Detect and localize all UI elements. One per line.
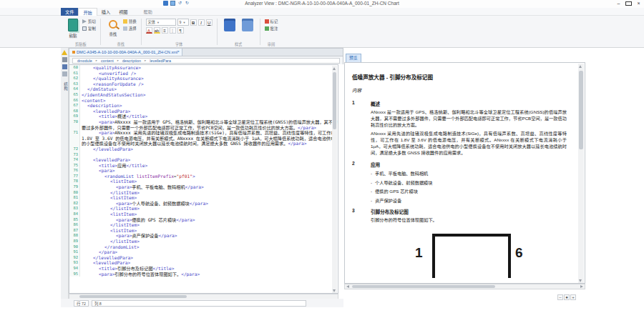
- code-line[interactable]: 75<title>应用</title>: [69, 163, 338, 169]
- code-line[interactable]: 92</levelledPara>: [69, 255, 338, 261]
- ribbon-tab-view[interactable]: 视图: [114, 8, 132, 16]
- find-button[interactable]: 查找: [105, 17, 121, 39]
- scrollbar-thumb[interactable]: [579, 71, 583, 149]
- scrollbar-thumb[interactable]: [352, 285, 495, 288]
- code-line[interactable]: 93<levelledPara>: [69, 260, 338, 266]
- code-line[interactable]: 73: [69, 152, 338, 158]
- code-line[interactable]: 62</qualityAssurance>: [69, 76, 338, 81]
- scrollbar-thumb[interactable]: [79, 295, 187, 298]
- code-line[interactable]: 69<title>概述</title>: [69, 114, 338, 119]
- preview-pane: 预览 低噪声放大器 - 引脚分布及标记图 内容 1概述ANxxxx 是一款适用于…: [344, 54, 585, 290]
- code-line[interactable]: 85<para>便携的 GPS 芯片模块</para>: [69, 217, 338, 223]
- warning-icon[interactable]: [62, 50, 67, 55]
- zoom-out-button[interactable]: –: [557, 294, 563, 300]
- code-line[interactable]: 68<levelledPara>: [69, 109, 338, 114]
- select-button[interactable]: 选择: [123, 26, 137, 31]
- numbered-list-button[interactable]: ⋮: [170, 27, 176, 34]
- bold-button[interactable]: B: [190, 19, 197, 26]
- preview-horizontal-scrollbar[interactable]: [344, 284, 585, 289]
- code-line[interactable]: 77<randomList listItemPrefix="pf01">: [69, 174, 338, 179]
- code-line[interactable]: 70<para>ANxxxx 是一款适用于 GPS、格洛纳斯、伽利略和北斗等全球…: [69, 119, 338, 130]
- code-line[interactable]: 80</listItem>: [69, 190, 338, 196]
- minimize-button[interactable]: –: [615, 1, 622, 6]
- editor-vertical-scrollbar[interactable]: [332, 66, 337, 294]
- attributes-icon[interactable]: [62, 71, 67, 76]
- code-line[interactable]: 66<content>: [69, 98, 338, 104]
- preview-vertical-scrollbar[interactable]: [578, 64, 584, 284]
- scroll-up-icon[interactable]: [333, 67, 336, 70]
- code-line[interactable]: 82<para>个人导航设备、射频数据模块</para>: [69, 201, 338, 207]
- element-breadcrumb-bar: dmodule▸content▸description▸levelledPara: [69, 56, 343, 64]
- breadcrumb-item-levelledPara[interactable]: levelledPara: [150, 59, 171, 63]
- scrollbar-thumb[interactable]: [333, 72, 336, 129]
- code-line[interactable]: 86</listItem>: [69, 222, 338, 228]
- code-line[interactable]: 71<para>ANxxxx 采用先进的硅锗双极集成电路制造技术(SiGe)，具…: [69, 130, 338, 146]
- document-tab[interactable]: DMC-A345-A-10-10-00-00A-040A-A_000-01_ZH…: [69, 49, 182, 56]
- ribbon-tab-insert[interactable]: 插入: [97, 8, 114, 16]
- code-line[interactable]: 89</listItem>: [69, 239, 338, 244]
- replace-button[interactable]: 替换: [123, 19, 137, 24]
- breadcrumb-item-description[interactable]: description: [122, 59, 141, 63]
- code-line[interactable]: 78<listItem>: [69, 179, 338, 184]
- outline-icon[interactable]: [62, 57, 67, 62]
- paste-button[interactable]: 粘贴: [66, 17, 80, 40]
- close-button[interactable]: ×: [635, 1, 642, 6]
- code-line[interactable]: 94<title>引脚分布及标记图</title>: [69, 266, 338, 272]
- scroll-down-icon[interactable]: [579, 279, 582, 282]
- code-line[interactable]: 67<description>: [69, 103, 338, 109]
- preview-content: 低噪声放大器 - 引脚分布及标记图 内容 1概述ANxxxx 是一款适用于 GP…: [344, 62, 585, 284]
- code-line[interactable]: 95<para>引脚分布的符号位置体现图如下。</para>: [69, 272, 338, 277]
- scroll-right-icon[interactable]: [580, 285, 583, 288]
- code-line[interactable]: 61<unverified />: [69, 71, 338, 76]
- code-line[interactable]: 74<levelledPara>: [69, 157, 338, 163]
- ribbon-group-styles: 样式: [219, 17, 258, 46]
- code-line[interactable]: 64</dmStatus>: [69, 86, 338, 92]
- pilcrow-button[interactable]: ¶: [177, 27, 184, 34]
- code-line[interactable]: 88<para>资产保护设备</para>: [69, 233, 338, 239]
- code-line[interactable]: 87<listItem>: [69, 228, 338, 234]
- track-changes-button[interactable]: 标记: [265, 19, 278, 24]
- highlight-button[interactable]: ab: [154, 27, 160, 34]
- code-line[interactable]: 76<para>: [69, 168, 338, 174]
- code-line[interactable]: 81<listItem>: [69, 195, 338, 201]
- code-line[interactable]: 84<listItem>: [69, 212, 338, 217]
- style-gallery-button-1[interactable]: [222, 17, 238, 33]
- scroll-down-icon[interactable]: [333, 289, 336, 292]
- code-line[interactable]: 90</randomList>: [69, 244, 338, 250]
- zoom-in-button[interactable]: +: [570, 294, 576, 300]
- code-line[interactable]: 79<para>手机、平板电脑、数码相机</para>: [69, 184, 338, 190]
- code-line[interactable]: 72</levelledPara>: [69, 146, 338, 152]
- code-text: <listItem>: [80, 179, 338, 184]
- font-family-select[interactable]: 宋体▼: [146, 19, 176, 26]
- breadcrumb-item-content[interactable]: content: [101, 59, 114, 63]
- structure-icon[interactable]: [62, 64, 67, 69]
- ribbon-tab-home[interactable]: 开始: [78, 8, 97, 16]
- code-line[interactable]: 91</para>: [69, 249, 338, 255]
- underline-button[interactable]: U: [206, 19, 213, 26]
- maximize-button[interactable]: [625, 1, 632, 6]
- code-text: <content>: [80, 98, 338, 104]
- xml-source-view[interactable]: 60<qualityAssurance>61<unverified />62</…: [69, 64, 338, 294]
- line-number: 80: [69, 190, 80, 196]
- zoom-slider[interactable]: ●: [564, 294, 570, 300]
- comment-button[interactable]: 批注: [265, 26, 278, 31]
- ribbon-tab-file[interactable]: 文件: [61, 8, 78, 16]
- code-line[interactable]: 65</identAndStatusSection>: [69, 92, 338, 98]
- breadcrumb-item-dmodule[interactable]: dmodule: [77, 59, 92, 63]
- bullet-list-button[interactable]: ≡: [162, 27, 168, 34]
- style-gallery-button-2[interactable]: [240, 17, 255, 33]
- code-line[interactable]: 83</listItem>: [69, 206, 338, 212]
- font-size-select[interactable]: 9▼: [177, 19, 189, 26]
- italic-button[interactable]: I: [198, 19, 205, 26]
- code-line[interactable]: 60<qualityAssurance>: [69, 65, 338, 71]
- ribbon-tab-help[interactable]: 帮助: [140, 8, 157, 16]
- editor-tab-bar: DMC-A345-A-10-10-00-00A-040A-A_000-01_ZH…: [69, 48, 343, 56]
- scroll-up-icon[interactable]: [579, 65, 582, 68]
- collapsed-panel-tab[interactable]: 结构: [61, 82, 69, 91]
- copy-button[interactable]: 复制: [82, 26, 96, 31]
- font-color-button[interactable]: A: [146, 27, 152, 34]
- preview-tab[interactable]: 预览: [346, 54, 361, 62]
- cut-button[interactable]: 剪切: [82, 19, 96, 24]
- scroll-left-icon[interactable]: [346, 285, 349, 288]
- code-line[interactable]: 63<reasonForUpdate />: [69, 81, 338, 87]
